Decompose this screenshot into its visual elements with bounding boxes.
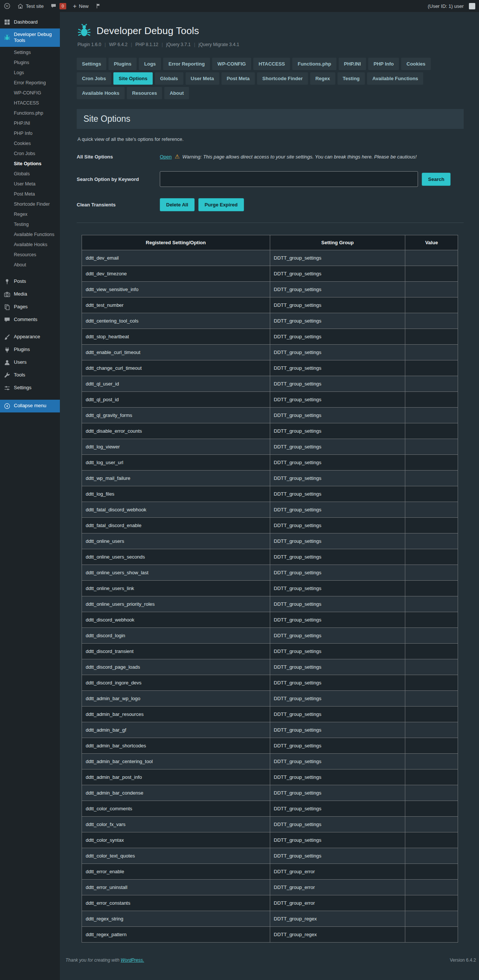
tab[interactable]: User Meta: [186, 72, 219, 85]
sidebar-item-media[interactable]: Media: [0, 288, 60, 301]
option-cell: ddtt_disable_error_counts: [82, 423, 270, 439]
wp-admin-bar: W Test site 0 + New (User ID: 1) user: [0, 0, 479, 12]
sidebar-item-plugins[interactable]: Plugins: [0, 344, 60, 356]
sidebar-submenu-item[interactable]: Post Meta: [0, 189, 60, 199]
tab[interactable]: Shortcode Finder: [257, 72, 308, 85]
tab[interactable]: Regex: [310, 72, 335, 85]
tab[interactable]: Plugins: [108, 58, 136, 70]
sidebar-submenu-item[interactable]: Plugins: [0, 58, 60, 68]
dashboard-icon: [4, 19, 11, 25]
site-options-table: Registered Setting/Option Setting Group …: [82, 235, 458, 943]
option-cell: ddtt_discord_transient: [82, 644, 270, 659]
new-content-menu[interactable]: + New: [73, 3, 89, 10]
tab[interactable]: Site Options: [113, 72, 153, 85]
page-title: Developer Debug Tools: [97, 25, 199, 37]
sidebar-submenu-item[interactable]: Globals: [0, 169, 60, 179]
sidebar-submenu-item[interactable]: Available Hooks: [0, 240, 60, 250]
tab[interactable]: About: [164, 87, 189, 99]
value-cell: [405, 518, 458, 533]
sidebar-submenu-item[interactable]: Available Functions: [0, 230, 60, 240]
tab[interactable]: WP-CONFIG: [212, 58, 251, 70]
group-cell: DDTT_group_settings: [270, 832, 405, 848]
option-cell: ddtt_online_users_seconds: [82, 549, 270, 565]
table-row: ddtt_color_comments DDTT_group_settings: [82, 801, 458, 817]
sidebar-submenu-item[interactable]: Regex: [0, 209, 60, 220]
tab[interactable]: Functions.php: [292, 58, 336, 70]
tab[interactable]: Available Functions: [367, 72, 423, 85]
sidebar-submenu-item[interactable]: PHP.INI: [0, 118, 60, 129]
table-row: ddtt_discord_webhook DDTT_group_settings: [82, 612, 458, 628]
tab[interactable]: Testing: [338, 72, 365, 85]
tab[interactable]: Error Reporting: [163, 58, 210, 70]
group-cell: DDTT_group_settings: [270, 486, 405, 502]
sidebar-submenu-item[interactable]: Error Reporting: [0, 78, 60, 88]
sidebar-item-collapse-menu[interactable]: Collapse menu: [0, 400, 60, 412]
sidebar-item-posts[interactable]: Posts: [0, 275, 60, 288]
sidebar-submenu-item[interactable]: Site Options: [0, 159, 60, 169]
option-cell: ddtt_fatal_discord_webhook: [82, 502, 270, 518]
sidebar-item-comments[interactable]: Comments: [0, 313, 60, 326]
sidebar-item-label: Dashboard: [14, 19, 38, 25]
sidebar-submenu-item[interactable]: About: [0, 260, 60, 270]
sidebar-submenu-item[interactable]: WP-CONFIG: [0, 88, 60, 98]
sidebar-item-label: Posts: [14, 278, 26, 284]
sidebar-submenu-item[interactable]: Functions.php: [0, 108, 60, 118]
option-cell: ddtt_error_enable: [82, 864, 270, 880]
sidebar-item-settings[interactable]: Settings: [0, 382, 60, 395]
sidebar-item-appearance[interactable]: Appearance: [0, 331, 60, 344]
tab[interactable]: Resources: [127, 87, 162, 99]
home-icon: [17, 3, 24, 10]
wp-logo-menu[interactable]: W: [4, 3, 11, 10]
sidebar-submenu-item[interactable]: Shortcode Finder: [0, 199, 60, 209]
tab[interactable]: Cookies: [401, 58, 431, 70]
comments-menu[interactable]: 0: [51, 3, 66, 10]
sidebar-submenu-item[interactable]: Logs: [0, 68, 60, 78]
tab[interactable]: PHP.INI: [339, 58, 366, 70]
table-row: ddtt_ql_user_id DDTT_group_settings: [82, 376, 458, 392]
sidebar-item-pages[interactable]: Pages: [0, 301, 60, 313]
tab[interactable]: HTACCESS: [253, 58, 290, 70]
tab[interactable]: PHP Info: [368, 58, 399, 70]
group-cell: DDTT_group_settings: [270, 597, 405, 612]
option-cell: ddtt_admin_bar_wp_logo: [82, 691, 270, 706]
group-cell: DDTT_group_settings: [270, 706, 405, 722]
sidebar-submenu-item[interactable]: Testing: [0, 220, 60, 230]
wordpress-link[interactable]: WordPress.: [121, 958, 144, 963]
site-menu[interactable]: Test site: [17, 3, 44, 10]
search-button[interactable]: Search: [422, 173, 450, 186]
tab[interactable]: Settings: [77, 58, 106, 70]
search-input[interactable]: [160, 171, 418, 187]
sidebar-item-dashboard[interactable]: Dashboard: [0, 16, 60, 29]
tab[interactable]: Available Hooks: [77, 87, 125, 99]
tab[interactable]: Globals: [155, 72, 183, 85]
sidebar-submenu-item[interactable]: Resources: [0, 250, 60, 260]
sidebar-submenu-item[interactable]: PHP Info: [0, 129, 60, 138]
sidebar-item-developer-debug-tools[interactable]: Developer Debug Tools: [0, 29, 60, 47]
sidebar-item-label: Users: [14, 359, 27, 365]
sidebar-submenu-item[interactable]: User Meta: [0, 179, 60, 189]
tab[interactable]: Post Meta: [222, 72, 255, 85]
sidebar-submenu-item[interactable]: Cron Jobs: [0, 149, 60, 159]
sidebar-submenu-item[interactable]: HTACCESS: [0, 98, 60, 108]
group-cell: DDTT_group_settings: [270, 502, 405, 518]
table-row: ddtt_stop_heartbeat DDTT_group_settings: [82, 329, 458, 345]
sidebar-submenu-item[interactable]: Cookies: [0, 138, 60, 149]
sidebar-item-users[interactable]: Users: [0, 356, 60, 369]
delete-all-button[interactable]: Delete All: [160, 198, 195, 211]
flag-menu[interactable]: [95, 3, 102, 9]
my-account-menu[interactable]: (User ID: 1) user: [428, 3, 475, 10]
comments-bubble-icon: [4, 317, 11, 323]
sidebar-item-tools[interactable]: Tools: [0, 369, 60, 382]
purge-expired-button[interactable]: Purge Expired: [198, 198, 244, 211]
group-cell: DDTT_group_settings: [270, 848, 405, 864]
sidebar-submenu-item[interactable]: Settings: [0, 48, 60, 58]
value-cell: [405, 738, 458, 754]
table-row: ddtt_log_files DDTT_group_settings: [82, 486, 458, 502]
table-row: ddtt_change_curl_timeout DDTT_group_sett…: [82, 360, 458, 376]
version-meta: Plugin 1.6.0WP 6.4.2PHP 8.1.12jQuery 3.7…: [78, 42, 464, 47]
tab[interactable]: Logs: [139, 58, 161, 70]
table-row: ddtt_admin_bar_condense DDTT_group_setti…: [82, 785, 458, 801]
open-link[interactable]: Open: [160, 154, 172, 159]
meta-item: Plugin 1.6.0: [78, 42, 101, 47]
tab[interactable]: Cron Jobs: [77, 72, 111, 85]
